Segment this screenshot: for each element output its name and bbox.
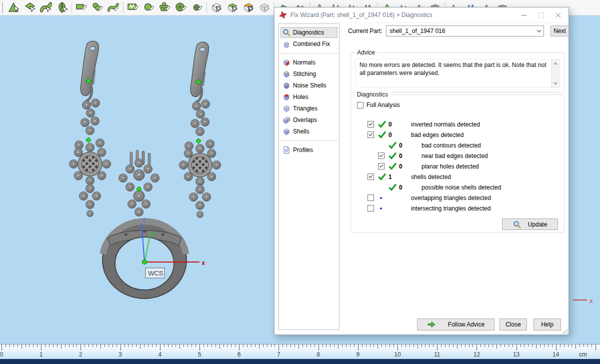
scroll-down-icon[interactable]: [552, 80, 560, 88]
ruler-number: 9: [356, 351, 360, 358]
ruler-tick: [69, 344, 70, 347]
sidebar-separator: [280, 140, 338, 141]
dialog-title: Fix Wizard (Part: shell_1_of_1947 016) >…: [290, 12, 516, 18]
next-button[interactable]: Next: [550, 26, 569, 36]
ruler-tick: [445, 344, 446, 347]
row-checkbox[interactable]: [378, 152, 384, 159]
select-cube-through-icon[interactable]: [208, 1, 224, 14]
marking-pie-icon[interactable]: [173, 1, 189, 14]
row-label: possible noise shells detected: [422, 184, 501, 191]
select-cube-visible-icon[interactable]: [224, 1, 240, 14]
ruler-tick: [338, 344, 338, 348]
current-part-value: shell_1_of_1947 016: [386, 28, 534, 34]
model-earring-left[interactable]: [69, 41, 110, 216]
ruler-tick: [370, 344, 370, 347]
close-button[interactable]: Close: [500, 318, 527, 330]
update-button[interactable]: Update: [502, 218, 558, 230]
select-cube-disabled-icon[interactable]: [256, 1, 272, 14]
full-analysis-checkbox[interactable]: [357, 102, 364, 108]
mark-shells-icon[interactable]: [54, 1, 70, 14]
sidebar-item-profiles[interactable]: Profiles: [280, 144, 338, 156]
ruler-tick: [402, 344, 402, 347]
ruler-tick: [271, 344, 272, 347]
marking-freeform-icon[interactable]: [106, 1, 122, 14]
row-checkbox[interactable]: [378, 163, 384, 170]
status-idle-icon: [378, 197, 388, 199]
svg-text:WCS: WCS: [148, 270, 164, 277]
advice-scrollbar[interactable]: [551, 60, 560, 88]
ruler-tick: [314, 344, 315, 347]
mark-planes-icon[interactable]: [22, 1, 38, 14]
help-button[interactable]: Help: [534, 318, 561, 330]
cube-red-top-icon: [282, 93, 290, 101]
close-window-button[interactable]: [550, 9, 566, 21]
ruler-tick: [540, 344, 540, 347]
sidebar-item-label: Stitching: [293, 70, 316, 78]
ruler-tick: [453, 344, 454, 347]
sidebar-item-stitching[interactable]: Stitching: [280, 68, 338, 80]
ruler-tick: [472, 344, 473, 347]
sidebar-item-label: Overlaps: [293, 116, 317, 124]
scroll-up-icon[interactable]: [552, 60, 560, 67]
marking-rectangle-icon[interactable]: [74, 1, 90, 14]
ruler-tick: [100, 344, 101, 348]
status-ok-icon: [388, 142, 399, 149]
sidebar-item-normals[interactable]: Normals: [280, 57, 338, 68]
ruler-tick: [53, 344, 54, 347]
ruler-tick: [144, 344, 144, 347]
status-ok-icon: [388, 184, 399, 191]
maximize-button[interactable]: [532, 9, 550, 21]
ruler-tick: [176, 344, 176, 347]
ruler-tick: [398, 344, 398, 350]
row-checkbox[interactable]: [368, 132, 374, 138]
sidebar-item-noise-shells[interactable]: Noise Shells: [280, 80, 338, 91]
row-checkbox[interactable]: [368, 205, 374, 212]
minimize-button[interactable]: [516, 9, 532, 21]
model-earring-right[interactable]: [179, 42, 220, 218]
row-checkbox[interactable]: [368, 194, 374, 201]
ruler-tick: [57, 344, 58, 347]
ruler-tick: [544, 344, 544, 347]
ruler-tick: [37, 344, 38, 347]
ruler-tick: [588, 344, 588, 347]
sidebar-item-combined-fix[interactable]: Combined Fix: [280, 38, 338, 50]
ruler-tick: [10, 344, 10, 347]
current-part-combobox[interactable]: shell_1_of_1947 016: [386, 26, 544, 36]
row-checkbox[interactable]: [368, 121, 374, 128]
ruler-tick: [73, 344, 74, 347]
marking-pie-small-icon[interactable]: [189, 1, 205, 14]
mark-surfaces-icon[interactable]: [38, 1, 54, 14]
ruler-tick: [196, 344, 196, 347]
ruler-tick: [80, 344, 81, 350]
follow-advice-button[interactable]: Follow Advice: [417, 318, 494, 330]
sidebar-separator: [280, 53, 338, 54]
row-checkbox[interactable]: [368, 174, 374, 180]
sidebar-item-triangles[interactable]: Triangles: [280, 103, 338, 114]
sidebar-item-shells[interactable]: Shells: [280, 126, 338, 137]
model-earring-bottom-view[interactable]: [118, 150, 159, 216]
toolbar-drag-grip[interactable]: [1, 2, 4, 13]
sidebar-item-diagnostics[interactable]: Diagnostics: [280, 27, 338, 38]
marking-circles-icon[interactable]: [90, 1, 106, 14]
ruler-tick: [465, 344, 466, 347]
ruler-tick: [556, 344, 556, 350]
marking-flower-icon[interactable]: [157, 1, 173, 14]
ruler-tick: [152, 344, 152, 347]
green-arrow-icon: [427, 320, 436, 328]
ruler-tick: [267, 344, 268, 347]
ruler-tick: [168, 344, 168, 347]
mark-triangles-icon[interactable]: [6, 1, 22, 14]
ruler-tick: [247, 344, 248, 347]
sidebar-item-label: Normals: [293, 59, 316, 66]
select-cube-colored-icon[interactable]: [240, 1, 256, 14]
ruler-tick: [84, 344, 85, 347]
cube-wireframe-icon: [282, 104, 290, 112]
sidebar-item-holes[interactable]: Holes: [280, 92, 338, 102]
marking-lasso-icon[interactable]: [141, 1, 157, 14]
advice-text: No more errors are detected. It seems th…: [356, 60, 551, 88]
marking-window-icon[interactable]: [125, 1, 141, 14]
dialog-titlebar[interactable]: Fix Wizard (Part: shell_1_of_1947 016) >…: [274, 8, 568, 23]
sidebar-item-overlaps[interactable]: Overlaps: [280, 114, 338, 126]
status-ok-icon: [378, 131, 388, 138]
sidebar-item-label: Holes: [293, 94, 308, 100]
